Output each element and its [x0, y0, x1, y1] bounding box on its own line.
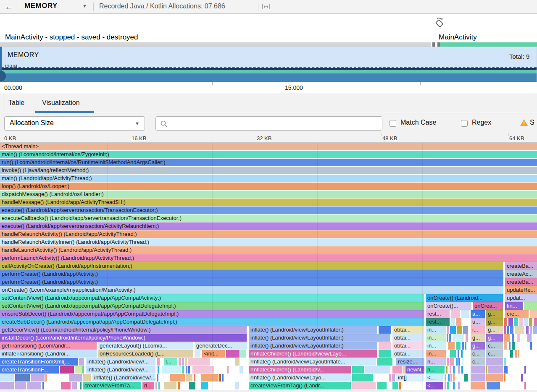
flame-segment[interactable]: setContentView() (Landroidx/appcompat/ap… — [0, 294, 424, 302]
flame-segment[interactable] — [379, 326, 391, 334]
flame-segment[interactable] — [0, 382, 14, 389]
flame-segment[interactable]: c... — [471, 358, 485, 366]
flame-segment[interactable]: handleRelaunchActivityInner() (Landroid/… — [0, 238, 537, 246]
flame-segment[interactable]: cre... — [505, 310, 529, 318]
flame-segment[interactable] — [182, 358, 184, 366]
flame-segment[interactable]: inflate() (Landroid/view/LayoutInflater;… — [249, 326, 377, 334]
flame-segment[interactable] — [448, 342, 455, 350]
flame-segment[interactable] — [82, 366, 84, 374]
flame-segment[interactable] — [69, 374, 82, 382]
flame-segment[interactable]: performCreate() (Landroid/app/Activity;) — [0, 278, 503, 286]
flame-segment[interactable] — [399, 382, 401, 389]
flame-segment[interactable] — [227, 366, 229, 374]
flame-segment[interactable]: obtai... — [392, 350, 424, 358]
flame-segment[interactable]: loop() (Landroid/os/Looper;) — [0, 183, 537, 190]
flame-segment[interactable] — [80, 382, 82, 389]
flame-segment[interactable]: handleLaunchActivity() (Landroid/app/Act… — [0, 246, 537, 254]
flame-segment[interactable] — [517, 334, 520, 342]
flame-segment[interactable] — [235, 358, 240, 366]
flame-segment[interactable]: inflateTransition() (Landroi... — [0, 350, 97, 358]
flame-segment[interactable]: in... — [426, 326, 446, 334]
flame-segment[interactable]: g... — [471, 342, 485, 350]
flame-segment[interactable] — [445, 382, 446, 389]
flame-segment[interactable]: main() (Lcom/android/internal/os/ZygoteI… — [0, 151, 537, 158]
flame-segment[interactable] — [486, 374, 503, 382]
flame-segment[interactable]: dispatchMessage() (Landroid/os/Handler;) — [0, 191, 537, 198]
flame-segment[interactable] — [451, 310, 460, 318]
flame-segment[interactable] — [450, 366, 451, 374]
flame-segment[interactable] — [504, 334, 510, 342]
flame-segment[interactable]: int[] — [396, 374, 424, 382]
flame-segment[interactable] — [170, 374, 185, 382]
flame-segment[interactable] — [458, 382, 460, 389]
flame-segment[interactable] — [27, 382, 41, 389]
flame-segment[interactable] — [453, 334, 464, 342]
flame-segment[interactable]: inflate() (Landroid/view/... — [86, 366, 155, 374]
flame-segment[interactable]: c... — [471, 350, 485, 358]
flame-segment[interactable] — [189, 382, 195, 389]
back-button[interactable]: ← — [3, 1, 15, 12]
allocation-filter-dropdown[interactable]: Allocation Size ▼ — [4, 116, 145, 131]
flame-segment[interactable]: createSubDecor() (Landroidx/appcompat/ap… — [0, 318, 424, 326]
flame-segment[interactable]: rInflate() (Landroid/view/LayoutInflate.… — [249, 358, 376, 366]
flame-segment[interactable] — [458, 366, 460, 374]
flame-segment[interactable]: obtai... — [392, 334, 424, 342]
flame-segment[interactable] — [453, 382, 455, 389]
flame-segment[interactable]: g... — [486, 334, 503, 342]
flame-segment[interactable]: inflate() (Landroid/view/LayoutInflater;… — [249, 334, 390, 342]
flame-segment[interactable] — [462, 358, 463, 366]
flame-segment[interactable] — [519, 318, 523, 326]
flame-segment[interactable] — [219, 374, 221, 382]
flame-segment[interactable] — [521, 374, 523, 382]
flame-segment[interactable] — [515, 350, 517, 358]
memory-track[interactable]: MEMORY Total: 9 128 M — [0, 47, 537, 82]
flame-segment[interactable]: inflate() (Landroid/view/LayoutInflater;… — [249, 342, 377, 350]
flame-segment[interactable] — [449, 334, 451, 342]
flame-segment[interactable]: l... — [164, 358, 177, 366]
flame-segment[interactable] — [164, 382, 176, 389]
flame-segment[interactable] — [456, 358, 458, 366]
flame-segment[interactable] — [466, 334, 468, 342]
flame-segment[interactable]: fin... — [505, 302, 523, 310]
flame-segment[interactable] — [450, 374, 452, 382]
flame-segment[interactable]: n... — [426, 366, 445, 374]
flame-segment[interactable] — [512, 342, 515, 350]
flame-segment[interactable] — [486, 358, 503, 366]
flame-segment[interactable] — [509, 342, 511, 350]
flame-segment[interactable]: createTransitionFromXml(... — [0, 358, 78, 366]
flame-segment[interactable]: main() (Landroid/app/ActivityThread;) — [0, 175, 537, 182]
flame-segment[interactable] — [379, 350, 391, 358]
flame-segment[interactable] — [352, 382, 376, 389]
flame-segment[interactable] — [510, 326, 513, 334]
flame-segment[interactable]: installDecor() (Lcom/android/internal/po… — [0, 334, 247, 342]
track-group-dropdown[interactable]: MEMORY — [24, 2, 58, 10]
flame-segment[interactable] — [194, 374, 195, 382]
flame-segment[interactable]: rInflateChildren() (Landroid/view/Layo..… — [249, 350, 377, 358]
flame-segment[interactable] — [379, 342, 391, 350]
flame-segment[interactable] — [377, 358, 392, 366]
flame-segment[interactable] — [155, 382, 157, 389]
flame-segment[interactable]: createBa... — [505, 262, 537, 270]
flame-segment[interactable] — [508, 318, 513, 326]
flame-segment[interactable]: ensureSubDecor() (Landroidx/appcompat/ap… — [0, 310, 424, 318]
flame-segment[interactable]: getTransition() (Lcom/andr... — [0, 342, 97, 350]
flame-segment[interactable] — [162, 366, 181, 374]
flame-segment[interactable]: handleMessage() (Landroid/app/ActivityTh… — [0, 199, 537, 206]
flame-segment[interactable]: n... — [426, 358, 446, 366]
flame-segment[interactable]: obtai... — [392, 342, 424, 350]
flame-segment[interactable] — [510, 350, 513, 358]
flame-segment[interactable] — [515, 326, 524, 334]
flame-segment[interactable] — [240, 350, 246, 358]
flame-segment[interactable] — [447, 326, 449, 334]
flame-segment[interactable] — [157, 374, 158, 382]
flame-segment[interactable] — [392, 366, 402, 374]
flame-segment[interactable] — [456, 342, 461, 350]
flame-segment[interactable] — [188, 366, 190, 374]
flame-segment[interactable] — [533, 326, 537, 334]
flame-segment[interactable]: <init... — [202, 350, 225, 358]
flame-segment[interactable] — [504, 358, 506, 366]
flame-segment[interactable] — [222, 374, 224, 382]
flame-segment[interactable]: executeCallbacks() (Landroid/app/servert… — [0, 214, 537, 222]
flame-segment[interactable] — [450, 350, 456, 358]
flame-segment[interactable]: createAc... — [505, 270, 537, 278]
